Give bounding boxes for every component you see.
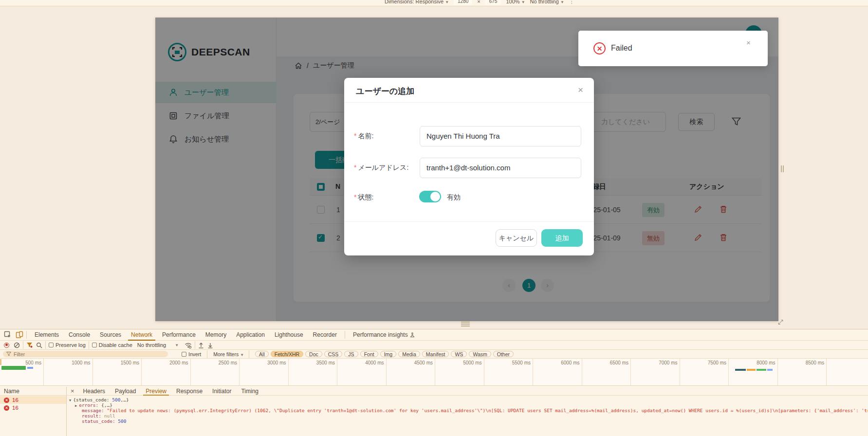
filter-chip-other[interactable]: Other [493, 351, 514, 357]
filter-chip-all[interactable]: All [255, 351, 269, 357]
filter-chip-wasm[interactable]: Wasm [469, 351, 491, 357]
more-filters-select[interactable]: More filters ▼ [213, 351, 244, 357]
devtools-tab-performance-insights[interactable]: Performance insights [348, 331, 420, 338]
import-har-icon[interactable] [198, 342, 204, 348]
devtools-tab-memory[interactable]: Memory [201, 329, 231, 341]
timeline-gridline [777, 359, 778, 386]
devtools-tab-network[interactable]: Network [126, 329, 157, 341]
timeline-gridline [386, 359, 387, 386]
timeline-gridline [435, 359, 435, 386]
request-name-header: Name [0, 387, 67, 396]
timeline-gridline [484, 359, 484, 386]
filter-chips: AllFetch/XHRDocCSSJSFontImgMediaManifest… [255, 351, 516, 357]
timeline-tick-label: 6000 ms [548, 360, 580, 365]
name-field[interactable]: Nguyen Thi Huong Tra [420, 126, 581, 146]
device-resize-corner[interactable]: ⤢ [778, 318, 783, 326]
timeline-tick-label: 2500 ms [205, 360, 237, 365]
devtools-tab-lighthouse[interactable]: Lighthouse [270, 329, 308, 341]
request-detail-tabs: HeadersPayloadPreviewResponseInitiatorTi… [78, 387, 263, 396]
search-network-icon[interactable] [36, 342, 42, 348]
overview-bar-orange [747, 369, 756, 371]
invert-checkbox[interactable] [182, 352, 186, 357]
timeline-tick-label: 3500 ms [303, 360, 335, 365]
toast-close-icon[interactable]: × [746, 38, 751, 47]
device-width-input[interactable]: 1280 [454, 0, 472, 5]
timeline-tick-label: 7500 ms [694, 360, 726, 365]
detail-tab-payload[interactable]: Payload [110, 387, 141, 396]
detail-tab-preview[interactable]: Preview [141, 387, 171, 396]
request-row[interactable]: ✕16 [0, 396, 66, 404]
devtools-tab-recorder[interactable]: Recorder [308, 329, 342, 341]
request-name: 16 [12, 405, 18, 411]
error-circle-icon: ✕ [593, 42, 606, 54]
clear-network-log-icon[interactable] [14, 342, 20, 348]
filter-toggle-icon[interactable] [26, 342, 33, 348]
detail-tab-initiator[interactable]: Initiator [207, 387, 236, 396]
timeline-tick-label: 3000 ms [254, 360, 286, 365]
close-detail-icon[interactable]: × [71, 387, 74, 395]
preview-errors-line[interactable]: ▶errors: {,…} [75, 402, 112, 408]
modal-close-icon[interactable]: × [578, 85, 583, 95]
add-user-modal: ユーザーの追加 × *名前: Nguyen Thi Huong Tra *メール… [344, 78, 594, 255]
device-toolbar-icon[interactable] [16, 331, 23, 339]
timeline-tick-label: 4000 ms [352, 360, 384, 365]
device-resize-handle-bottom[interactable] [461, 322, 470, 327]
disable-cache-checkbox[interactable] [92, 343, 97, 347]
preserve-log-checkbox[interactable] [49, 343, 54, 347]
network-overview-timeline[interactable]: 500 ms1000 ms1500 ms2000 ms2500 ms3000 m… [0, 359, 868, 386]
network-throttling-select[interactable]: No throttling [137, 342, 166, 348]
devtools-tab-elements[interactable]: Elements [30, 329, 64, 341]
network-conditions-icon[interactable] [185, 342, 192, 348]
request-row[interactable]: ✕16 [0, 404, 66, 412]
filter-chip-ws[interactable]: WS [451, 351, 467, 357]
devtools-tab-sources[interactable]: Sources [95, 329, 126, 341]
filter-chip-font[interactable]: Font [360, 351, 378, 357]
chevron-down-icon: ▼ [445, 0, 449, 4]
export-har-icon[interactable] [207, 342, 213, 348]
throttling-select[interactable]: No throttling ▼ [530, 0, 564, 4]
status-toggle[interactable] [419, 191, 441, 202]
timeline-gridline [43, 359, 44, 386]
funnel-icon [6, 352, 11, 356]
preview-result-line: result: null [82, 413, 115, 418]
filter-chip-media[interactable]: Media [398, 351, 420, 357]
filter-chip-img[interactable]: Img [380, 351, 397, 357]
devtools-tab-bar: ElementsConsoleSourcesNetworkPerformance… [0, 329, 868, 341]
overview-bar-lightblue [767, 369, 773, 371]
cancel-button[interactable]: キャンセル [496, 229, 537, 247]
preview-status-line: status_code: 500 [82, 418, 127, 424]
detail-tab-response[interactable]: Response [171, 387, 207, 396]
submit-button[interactable]: 追加 [541, 229, 583, 247]
inspect-element-icon[interactable] [4, 331, 12, 339]
network-filter-input[interactable]: Filter [3, 351, 168, 357]
zoom-select[interactable]: 100% ▼ [506, 0, 525, 4]
modal-title: ユーザーの追加 [356, 86, 414, 97]
network-filter-bar: Filter Invert More filters ▼ AllFetch/XH… [0, 350, 868, 359]
email-label: *メールアドレス: [354, 164, 408, 172]
devtools-tab-performance[interactable]: Performance [157, 329, 201, 341]
detail-tab-timing[interactable]: Timing [236, 387, 263, 396]
preview-root-line[interactable]: ▼{status_code: 500,…} [69, 397, 129, 402]
overview-bar-green [1, 366, 26, 370]
dimensions-select[interactable]: Dimensions: Responsive ▼ [385, 0, 449, 4]
filter-chip-js[interactable]: JS [344, 351, 358, 357]
timeline-tick-label: 4500 ms [401, 360, 433, 365]
device-toolbar-more-icon[interactable]: ⋮ [569, 0, 574, 5]
request-detail-header: × HeadersPayloadPreviewResponseInitiator… [67, 387, 868, 396]
devtools-tab-console[interactable]: Console [64, 329, 95, 341]
network-toolbar: Preserve log Disable cache No throttling… [0, 341, 868, 350]
device-height-input[interactable]: 675 [485, 0, 501, 5]
filter-chip-css[interactable]: CSS [324, 351, 343, 357]
record-network-log-icon[interactable] [4, 343, 9, 348]
device-resize-handle-right[interactable] [781, 165, 785, 174]
email-field[interactable]: tranth+1@dt-solution.com [420, 158, 581, 178]
network-requests-area: Name ✕16✕16 × HeadersPayloadPreviewRespo… [0, 387, 868, 436]
filter-chip-doc[interactable]: Doc [305, 351, 322, 357]
preview-message-line: message: "Failed to update news: (pymysq… [82, 408, 868, 413]
detail-tab-headers[interactable]: Headers [78, 387, 110, 396]
devtools-tab-application[interactable]: Application [231, 329, 270, 341]
filter-chip-manifest[interactable]: Manifest [422, 351, 449, 357]
timeline-tick-label: 5500 ms [499, 360, 531, 365]
filter-chip-fetch-xhr[interactable]: Fetch/XHR [271, 351, 303, 357]
name-label: *名前: [354, 132, 373, 141]
